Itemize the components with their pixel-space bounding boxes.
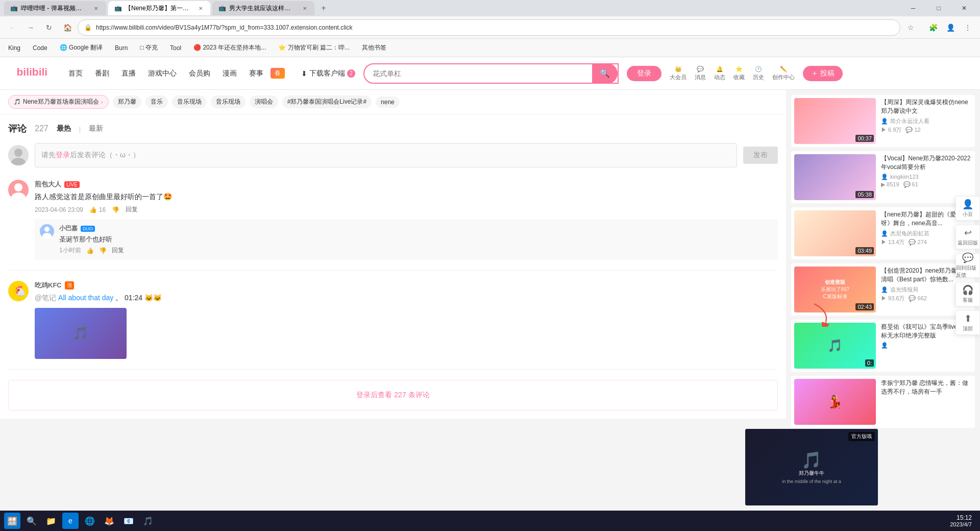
login-button[interactable]: 登录 — [627, 66, 662, 81]
profile-button[interactable]: 👤 — [942, 19, 959, 36]
message-icon-group[interactable]: 💬 消息 — [695, 66, 706, 81]
dynamic-icon-group[interactable]: 🔔 动态 — [714, 66, 725, 81]
minimize-button[interactable]: ─ — [901, 0, 925, 16]
taskbar-search[interactable]: 🔍 — [23, 513, 40, 529]
tag-main-concert[interactable]: 🎵 Nene郑乃馨首场泰国演唱会 › — [8, 95, 109, 109]
video-card-6[interactable]: 💃 李振宁郑乃馨 恋情曝光，酱：做选秀不行，场房有一手 — [791, 376, 975, 428]
vip-icon-group[interactable]: 👑 大会员 — [670, 66, 687, 81]
bookmark-king[interactable]: King — [4, 43, 24, 53]
video-1-info: 【周深】周深灵魂爆笑模仿nene郑乃馨说中文 👤 简介永远没人看 ▶ 6.9万 … — [881, 98, 972, 144]
address-bar[interactable]: 🔒 https://www.bilibili.com/video/BV1Sa4y… — [78, 19, 900, 36]
tab-2[interactable]: 📺 【Nene郑乃馨】第一集 (All... ✕ — [108, 1, 210, 15]
video-4-comments: 💬 662 — [909, 295, 926, 302]
taskbar-time: 15:12 2023/4/7 — [950, 514, 972, 527]
comment-input-box[interactable]: 请先 登录 后发表评论（・ω・） — [35, 143, 737, 167]
history-icon-group[interactable]: 🕐 历史 — [753, 66, 764, 81]
taskbar-mail[interactable]: 📧 — [120, 513, 137, 529]
side-action-customer-service[interactable]: 🎧 客服 — [955, 282, 980, 306]
video-card-1[interactable]: 00:37 【周深】周深灵魂爆笑模仿nene郑乃馨说中文 👤 简介永远没人看 ▶… — [791, 95, 975, 147]
search-button[interactable]: 🔍 — [592, 63, 618, 84]
search-input[interactable] — [364, 69, 592, 78]
settings-button[interactable]: ⋮ — [960, 19, 976, 36]
forward-button[interactable]: → — [22, 19, 39, 36]
tag-nene[interactable]: nene — [376, 96, 400, 108]
bili-header: bilibili 首页 番剧 直播 游戏中心 会员购 漫画 赛事 春 ⬇ 下载客… — [0, 57, 980, 90]
comment-1-username[interactable]: 煎包大人 — [35, 180, 61, 189]
nav-game[interactable]: 游戏中心 — [143, 67, 182, 80]
side-action-xiaodou[interactable]: 👤 小豆 — [955, 196, 980, 221]
tab-3[interactable]: 📺 男大学生就应该这样做吗？ ✕ — [212, 1, 314, 15]
download-client-button[interactable]: ⬇ 下载客户端 2 — [301, 69, 355, 78]
taskbar-edge[interactable]: e — [62, 513, 79, 529]
taskbar-chrome[interactable]: 🌐 — [82, 513, 98, 529]
bookmark-code[interactable]: Code — [29, 43, 52, 53]
tag-music-scene[interactable]: 音乐现场 — [211, 95, 246, 108]
tab-1-close[interactable]: ✕ — [92, 4, 100, 12]
nav-vip-shop[interactable]: 会员购 — [184, 67, 215, 80]
comment-1-dislike-button[interactable]: 👎 — [112, 206, 119, 213]
taskbar-firefox[interactable]: 🦊 — [101, 513, 117, 529]
video-2-author: 👤 kingkim123 — [881, 174, 972, 180]
tag-concert[interactable]: 演唱会 — [250, 95, 278, 108]
maximize-button[interactable]: □ — [927, 0, 950, 16]
tag-music[interactable]: 音乐 — [145, 95, 168, 108]
tag-music-live[interactable]: 音乐现场 — [172, 95, 207, 108]
tag-zhengnaixin[interactable]: 郑乃馨 — [113, 95, 141, 108]
reload-button[interactable]: ↻ — [41, 19, 57, 36]
bookmark-tool[interactable]: Tool — [166, 43, 185, 53]
comment-1-user: 煎包大人 LIVE — [35, 180, 778, 189]
bookmark-2023[interactable]: 🔴 2023 年还在坚持本地... — [189, 42, 270, 53]
close-button[interactable]: ✕ — [952, 0, 976, 16]
submit-comment-button[interactable]: 发布 — [743, 147, 778, 164]
tab-1[interactable]: 📺 哔哩哔哩 - 弹幕视频网站 ✕ — [4, 1, 106, 15]
bookmark-burn[interactable]: Burn — [111, 43, 132, 53]
home-button[interactable]: 🏠 — [59, 19, 76, 36]
taskbar-files[interactable]: 📁 — [43, 513, 59, 529]
dynamic-label: 动态 — [714, 74, 725, 81]
sub-reply-1-like-button[interactable]: 👍 — [86, 247, 94, 254]
comment-1-like-button[interactable]: 👍 16 — [89, 206, 106, 213]
video-card-2[interactable]: 05:38 【Vocal】Nene郑乃馨2020-2022年vocal简要分析 … — [791, 151, 975, 203]
input-login-link[interactable]: 登录 — [56, 151, 70, 160]
tab-3-close[interactable]: ✕ — [301, 4, 309, 12]
favorites-icon-group[interactable]: ⭐ 收藏 — [733, 66, 745, 81]
nav-esports[interactable]: 赛事 — [244, 67, 268, 80]
bookmark-other[interactable]: 其他书签 — [358, 42, 390, 53]
taskbar-music[interactable]: 🎵 — [140, 513, 156, 529]
tab-hottest[interactable]: 最热 — [57, 124, 71, 133]
nav-drama[interactable]: 番剧 — [90, 67, 114, 80]
login-to-view-more[interactable]: 登录后查看 227 条评论 — [8, 380, 778, 411]
tab-newest[interactable]: 最新 — [89, 124, 103, 133]
nav-live[interactable]: 直播 — [116, 67, 141, 80]
tag-hashtag-concert[interactable]: #郑乃馨泰国演唱会Live记录# — [282, 95, 372, 108]
comment-2-image: 🎵 — [35, 308, 127, 359]
bookmark-star-button[interactable]: ☆ — [902, 19, 919, 36]
comment-2-song-link[interactable]: All about that day — [58, 294, 113, 302]
nav-spring-event[interactable]: 春 — [271, 68, 285, 79]
back-button[interactable]: ← — [4, 19, 20, 36]
bookmark-wanwu[interactable]: ⭐ 万物皆可刷 篇二：哔... — [274, 42, 354, 53]
creator-icon-group[interactable]: ✏️ 创作中心 — [772, 66, 795, 81]
sub-reply-1-dislike-button[interactable]: 👎 — [99, 247, 107, 254]
bili-logo[interactable]: bilibili — [10, 63, 55, 83]
side-action-back-old[interactable]: ↩ 返回旧版 — [955, 225, 980, 249]
side-action-top[interactable]: ⬆ 顶部 — [955, 310, 980, 335]
nav-manga[interactable]: 漫画 — [217, 67, 242, 80]
sub-reply-1-reply-button[interactable]: 回复 — [112, 246, 124, 255]
bookmark-google-translate[interactable]: 🌐 Google 翻译 — [56, 42, 107, 53]
side-action-feedback-label: 回到旧版反馈 — [956, 264, 979, 279]
new-tab-button[interactable]: + — [316, 1, 331, 15]
sub-reply-1-username[interactable]: 小巴嘉 — [59, 224, 78, 233]
comment-1-reply-button[interactable]: 回复 — [126, 205, 138, 214]
browser-frame: 📺 哔哩哔哩 - 弹幕视频网站 ✕ 📺 【Nene郑乃馨】第一集 (All...… — [0, 0, 980, 57]
upload-button[interactable]: ＋ 投稿 — [803, 66, 843, 81]
bookmark-duoke[interactable]: □ 夺克 — [136, 42, 162, 53]
side-action-feedback[interactable]: 💬 回到旧版反馈 — [955, 253, 980, 278]
video-card-3[interactable]: 03:49 【nene郑乃馨】超甜的《爱呀爱呀》舞台，nene高音... 👤 杰… — [791, 207, 975, 259]
extensions-button[interactable]: 🧩 — [925, 19, 941, 36]
tab-2-close[interactable]: ✕ — [197, 4, 204, 12]
start-button[interactable]: 🪟 — [4, 513, 20, 529]
nav-home[interactable]: 首页 — [63, 67, 88, 80]
comment-2-username[interactable]: 吃鸡KFC — [35, 281, 62, 290]
mini-player[interactable]: 🎵 郑乃馨牛牛 in the middle of the night at a … — [745, 429, 878, 505]
